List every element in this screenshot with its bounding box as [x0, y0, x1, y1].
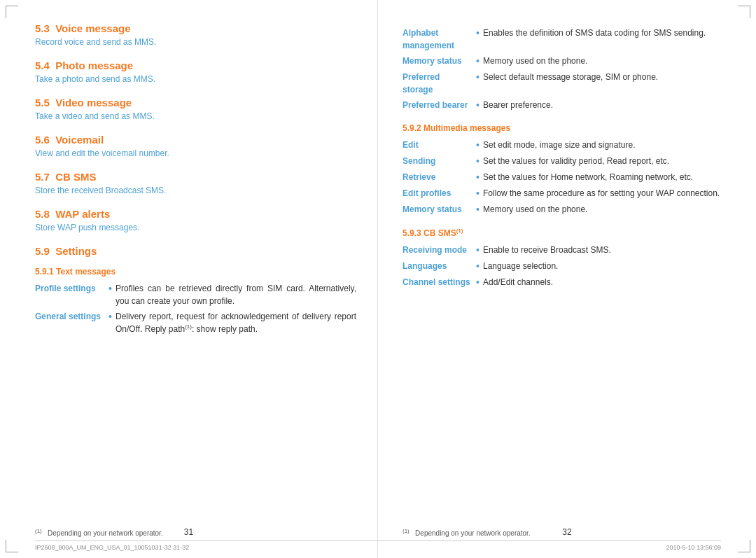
receiving-mode-desc: Enable to receive Broadcast SMS. [483, 242, 721, 258]
table-row: Alphabet management • Enables the defini… [402, 25, 721, 53]
sub-heading-591: 5.9.1 Text messages [35, 267, 356, 277]
languages-bullet: • [476, 258, 483, 274]
section-5-6-heading: 5.6 Voicemail [35, 134, 356, 146]
sub-heading-592: 5.9.2 Multimedia messages [402, 123, 721, 133]
memory-status-bullet-1: • [476, 53, 483, 69]
memory-status-desc-2: Memory used on the phone. [483, 202, 721, 218]
table-row: Edit • Set edit mode, image size and sig… [402, 137, 721, 153]
memory-status-label-1: Memory status [402, 53, 476, 69]
edit-bullet: • [476, 137, 483, 153]
table-row: Memory status • Memory used on the phone… [402, 202, 721, 218]
preferred-bearer-bullet: • [476, 97, 483, 113]
general-settings-label: General settings [35, 309, 108, 337]
right-footnote-text: (1) Depending on your network operator. [402, 529, 531, 537]
edit-profiles-label: Edit profiles [402, 186, 476, 202]
bottom-bar-left: IP2608_800A_UM_ENG_USA_01_10051031-32 31… [35, 544, 189, 551]
table-row: Memory status • Memory used on the phone… [402, 53, 721, 69]
preferred-bearer-desc: Bearer preference. [483, 97, 721, 113]
preferred-storage-desc: Select default message storage, SIM or p… [483, 69, 721, 97]
settings-591-table: Profile settings • Profiles can be retri… [35, 281, 356, 337]
retrieve-bullet: • [476, 169, 483, 186]
section-5-5-desc: Take a video and send as MMS. [35, 111, 356, 121]
table-row: Channel settings • Add/Edit channels. [402, 274, 721, 291]
profile-settings-bullet: • [108, 281, 115, 309]
channel-settings-bullet: • [476, 274, 483, 291]
settings-top-table: Alphabet management • Enables the defini… [402, 25, 721, 113]
section-5-4-heading: 5.4 Photo message [35, 60, 356, 71]
edit-label: Edit [402, 137, 476, 153]
table-row: Profile settings • Profiles can be retri… [35, 281, 356, 309]
section-5-8-desc: Store WAP push messages. [35, 223, 356, 232]
general-settings-desc: Delivery report, request for acknowledge… [115, 309, 356, 337]
section-5-5-heading: 5.5 Video message [35, 97, 356, 109]
page-container: 5.3 Voice message Record voice and send … [0, 0, 756, 558]
section-5-8-heading: 5.8 WAP alerts [35, 208, 356, 220]
edit-profiles-desc: Follow the same procedure as for setting… [483, 186, 721, 202]
left-page: 5.3 Voice message Record voice and send … [0, 0, 378, 558]
preferred-storage-bullet: • [476, 69, 483, 97]
section-5-3-heading: 5.3 Voice message [35, 22, 356, 34]
retrieve-desc: Set the values for Home network, Roaming… [483, 169, 721, 186]
sending-bullet: • [476, 153, 483, 169]
table-row: Preferred bearer • Bearer preference. [402, 97, 721, 113]
table-row: Sending • Set the values for validity pe… [402, 153, 721, 169]
section-5-9-heading: 5.9 Settings [35, 245, 356, 257]
languages-desc: Language selection. [483, 258, 721, 274]
alphabet-mgmt-label: Alphabet management [402, 25, 476, 53]
receiving-mode-bullet: • [476, 242, 483, 258]
channel-settings-label: Channel settings [402, 274, 476, 291]
alphabet-mgmt-desc: Enables the definition of SMS data codin… [483, 25, 721, 53]
section-5-4-desc: Take a photo and send as MMS. [35, 74, 356, 84]
receiving-mode-label: Receiving mode [402, 242, 476, 258]
section-5-3-desc: Record voice and send as MMS. [35, 37, 356, 47]
general-settings-bullet: • [108, 309, 115, 337]
edit-desc: Set edit mode, image size and signature. [483, 137, 721, 153]
table-row: Languages • Language selection. [402, 258, 721, 274]
table-row: Preferred storage • Select default messa… [402, 69, 721, 97]
profile-settings-desc: Profiles can be retrieved directly from … [115, 281, 356, 309]
bottom-bar: IP2608_800A_UM_ENG_USA_01_10051031-32 31… [35, 540, 721, 551]
profile-settings-label: Profile settings [35, 281, 108, 309]
right-page: Alphabet management • Enables the defini… [378, 0, 756, 558]
bottom-bar-right: 2010-5-10 13:56:09 [666, 544, 721, 551]
alphabet-mgmt-bullet: • [476, 25, 483, 53]
memory-status-desc-1: Memory used on the phone. [483, 53, 721, 69]
table-row: General settings • Delivery report, requ… [35, 309, 356, 337]
right-page-number: 32 [562, 527, 571, 537]
section-5-6-desc: View and edit the voicemail number. [35, 148, 356, 158]
sending-label: Sending [402, 153, 476, 169]
preferred-bearer-label: Preferred bearer [402, 97, 476, 113]
sub-heading-593: 5.9.3 CB SMS(1) [402, 228, 721, 238]
table-row: Retrieve • Set the values for Home netwo… [402, 169, 721, 186]
section-5-7-desc: Store the received Broadcast SMS. [35, 186, 356, 195]
table-row: Edit profiles • Follow the same procedur… [402, 186, 721, 202]
channel-settings-desc: Add/Edit channels. [483, 274, 721, 291]
memory-status-bullet-2: • [476, 202, 483, 218]
section-5-7-heading: 5.7 CB SMS [35, 171, 356, 183]
sending-desc: Set the values for validity period, Read… [483, 153, 721, 169]
languages-label: Languages [402, 258, 476, 274]
memory-status-label-2: Memory status [402, 202, 476, 218]
settings-592-table: Edit • Set edit mode, image size and sig… [402, 137, 721, 218]
settings-593-table: Receiving mode • Enable to receive Broad… [402, 242, 721, 291]
retrieve-label: Retrieve [402, 169, 476, 186]
preferred-storage-label: Preferred storage [402, 69, 476, 97]
left-page-number: 31 [184, 527, 193, 537]
left-footnote: (1) Depending on your network operator. [35, 528, 356, 537]
left-footnote-text: (1) Depending on your network operator. [35, 529, 163, 537]
table-row: Receiving mode • Enable to receive Broad… [402, 242, 721, 258]
edit-profiles-bullet: • [476, 186, 483, 202]
